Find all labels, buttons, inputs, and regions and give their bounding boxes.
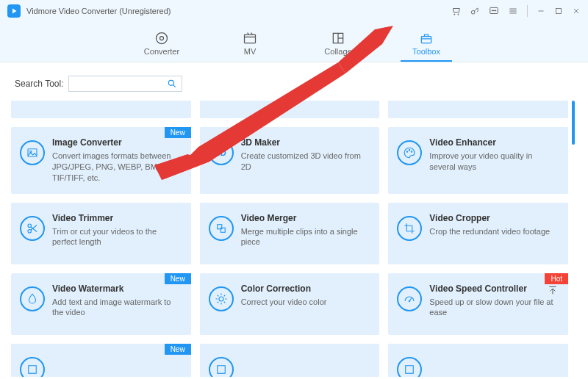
- svg-rect-16: [245, 35, 256, 43]
- feedback-icon[interactable]: [489, 6, 499, 16]
- gauge-icon: [397, 286, 422, 311]
- tab-converter[interactable]: Converter: [136, 31, 187, 62]
- card-noise-remover[interactable]: Remove background noise from audio video: [200, 101, 380, 118]
- svg-line-46: [217, 301, 218, 303]
- card-title: 3D Maker: [241, 137, 371, 148]
- tab-label: Toolbox: [401, 47, 452, 56]
- card-video-enhancer[interactable]: Video Enhancer Improve your video qualit…: [388, 127, 568, 194]
- generic-icon: [209, 357, 234, 377]
- card-desc: Convert images formats between JPG/JPEG,…: [52, 151, 182, 184]
- card-title: Video Merger: [241, 213, 371, 223]
- card-desc: Trim or cut your videos to the perfect l…: [52, 226, 182, 248]
- key-icon[interactable]: [470, 6, 480, 16]
- card-video-watermark[interactable]: New Video Watermark Add text and image w…: [11, 273, 191, 335]
- svg-point-5: [493, 10, 494, 11]
- card-video-cropper[interactable]: Video Cropper Crop the redundant video f…: [388, 203, 568, 264]
- toolbox-icon: [401, 31, 452, 46]
- new-badge: New: [165, 344, 191, 355]
- svg-point-1: [458, 14, 459, 15]
- card-desc: Correct your video color: [241, 297, 371, 308]
- svg-rect-11: [556, 9, 562, 14]
- sun-icon: [209, 286, 234, 311]
- converter-icon: [136, 31, 187, 46]
- search-row: Search Tool:: [15, 76, 577, 92]
- search-icon: [167, 79, 177, 89]
- card-partial-2[interactable]: [200, 344, 380, 377]
- svg-point-14: [157, 33, 168, 44]
- card-title: Video Enhancer: [429, 137, 559, 148]
- card-desc: Merge multiple clips into a single piece: [241, 226, 371, 248]
- hot-badge: Hot: [545, 273, 568, 284]
- scrollbar-track[interactable]: [572, 101, 575, 377]
- minimize-button[interactable]: [537, 7, 545, 15]
- content-area: Search Tool: Remove the watermark from t…: [0, 62, 588, 379]
- card-partial-3[interactable]: [388, 344, 568, 377]
- card-color-correction[interactable]: Color Correction Correct your video colo…: [200, 273, 380, 335]
- svg-point-31: [409, 150, 411, 151]
- card-video-speed[interactable]: Hot Video Speed Controller Speed up or s…: [388, 273, 568, 335]
- card-gif-maker[interactable]: GIF Make customized GIF with your video …: [388, 101, 568, 118]
- svg-point-49: [409, 300, 411, 302]
- divider: [527, 5, 528, 17]
- card-title: Video Watermark: [52, 284, 182, 294]
- svg-point-0: [454, 14, 455, 15]
- svg-line-45: [223, 301, 225, 303]
- svg-point-2: [471, 10, 475, 14]
- card-title: Video Cropper: [429, 213, 559, 223]
- crop-icon: [397, 216, 422, 241]
- svg-rect-51: [217, 365, 225, 373]
- generic-icon: [20, 357, 45, 377]
- svg-rect-28: [28, 149, 37, 157]
- card-desc: Create customized 3D video from 2D: [241, 151, 371, 173]
- svg-line-47: [223, 295, 225, 296]
- scissors-icon: [20, 216, 45, 241]
- svg-point-25: [168, 80, 173, 85]
- svg-point-39: [219, 297, 223, 301]
- scrollbar-thumb[interactable]: [572, 101, 575, 145]
- card-3d-maker[interactable]: 3D 3D Maker Create customized 3D video f…: [200, 127, 380, 194]
- search-input[interactable]: [68, 76, 182, 92]
- palette-icon: [397, 140, 422, 165]
- menu-icon[interactable]: [508, 6, 518, 16]
- water-icon: [20, 286, 45, 311]
- 3d-icon: 3D: [209, 140, 234, 165]
- tools-grid: Remove the watermark from the video flex…: [11, 101, 577, 377]
- new-badge: New: [165, 273, 191, 284]
- card-video-trimmer[interactable]: Video Trimmer Trim or cut your videos to…: [11, 203, 191, 264]
- svg-point-30: [407, 151, 409, 153]
- tab-toolbox[interactable]: Toolbox: [401, 31, 452, 62]
- tab-mv[interactable]: MV: [224, 31, 276, 62]
- card-partial-1[interactable]: New: [11, 344, 191, 377]
- card-desc: Add text and image watermark to the vide…: [52, 297, 182, 319]
- maximize-button[interactable]: [554, 7, 563, 15]
- card-watermark-remover[interactable]: Remove the watermark from the video flex…: [11, 101, 191, 118]
- app-logo: [7, 4, 21, 18]
- card-desc: Improve your video quality in several wa…: [429, 151, 559, 173]
- cart-icon[interactable]: [451, 6, 461, 16]
- svg-rect-50: [29, 365, 37, 373]
- card-title: Video Trimmer: [52, 213, 182, 223]
- card-desc: Crop the redundant video footage: [429, 226, 559, 237]
- tab-label: Converter: [136, 47, 187, 56]
- mv-icon: [224, 31, 276, 46]
- svg-rect-37: [217, 224, 221, 228]
- tab-label: Collage: [312, 47, 364, 56]
- image-icon: [20, 140, 45, 165]
- card-video-merger[interactable]: Video Merger Merge multiple clips into a…: [200, 203, 380, 264]
- close-button[interactable]: [572, 7, 581, 15]
- svg-rect-23: [421, 37, 431, 43]
- card-title: Video Speed Controller: [429, 284, 559, 294]
- titlebar: Vidmore Video Converter (Unregistered): [0, 0, 588, 22]
- window-title: Vidmore Video Converter (Unregistered): [26, 7, 171, 15]
- svg-point-6: [495, 10, 496, 11]
- card-image-converter[interactable]: New Image Converter Convert images forma…: [11, 127, 191, 194]
- tab-collage[interactable]: Collage: [312, 31, 364, 62]
- svg-rect-52: [406, 365, 414, 373]
- titlebar-actions: [451, 5, 581, 17]
- main-tabs: Converter MV Collage Toolbox: [0, 22, 588, 62]
- generic-icon: [397, 357, 422, 377]
- svg-rect-38: [220, 228, 225, 232]
- scroll-to-top-button[interactable]: [547, 284, 559, 299]
- svg-point-4: [492, 10, 492, 11]
- search-label: Search Tool:: [15, 79, 64, 89]
